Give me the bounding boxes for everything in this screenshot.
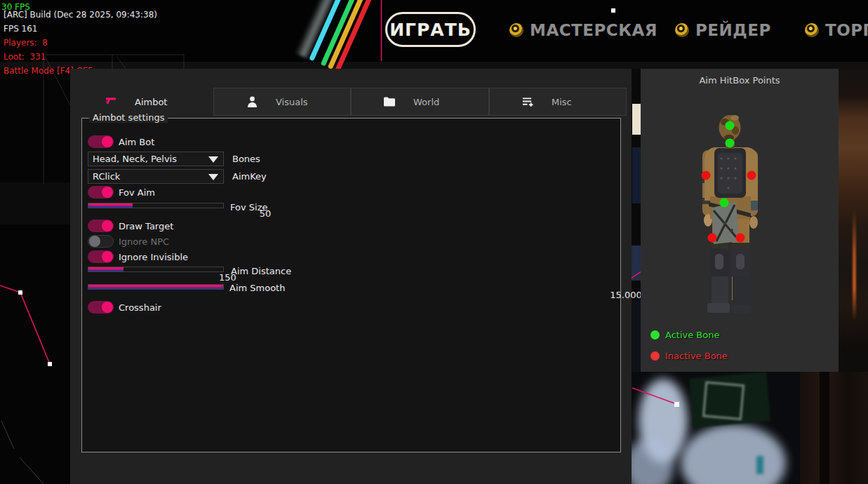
legend-inactive-bone: Inactive Bone [650, 351, 728, 361]
aimkey-label: AimKey [232, 171, 267, 182]
menu-item-workshop[interactable]: МАСТЕРСКАЯ [509, 17, 657, 43]
fps-info: FPS 161 [4, 22, 37, 36]
draw-target-label: Draw Target [119, 221, 173, 231]
menu-item-label: ТОРГО [825, 21, 868, 39]
person-icon [246, 96, 258, 107]
bone-dot-pelvis [720, 199, 729, 208]
aim-smooth-value: 15.000 [610, 290, 642, 300]
crosshair-label: Crosshair [119, 302, 161, 313]
folder-icon [384, 96, 395, 107]
group-title: Aimbot settings [89, 112, 168, 123]
tab-label: Aimbot [135, 97, 167, 107]
scene-right-strip [839, 69, 868, 372]
coin-icon [805, 23, 819, 37]
aim-smooth-label: Aim Smooth [229, 283, 285, 293]
inactive-bone-dot-icon [650, 351, 660, 361]
coin-icon [675, 23, 689, 37]
active-bone-dot-icon [650, 330, 660, 340]
play-button[interactable]: ИГРАТЬ [385, 12, 476, 47]
loot-count: Loot: 331 [4, 50, 46, 64]
legend-active-bone: Active Bone [650, 330, 719, 340]
bone-dot-right-knee [736, 234, 745, 243]
chevron-down-icon [208, 174, 218, 180]
aimkey-selected-value: RClick [93, 171, 120, 182]
aim-bot-toggle[interactable] [88, 135, 114, 148]
tab-world[interactable]: World [351, 88, 489, 116]
ignore-invisible-label: Ignore Invisible [119, 252, 188, 262]
scene-gap-strip [632, 69, 641, 372]
bone-dot-head [726, 121, 735, 130]
tab-aimbot[interactable]: Aimbot [70, 88, 213, 116]
scene-bottom-right [632, 372, 868, 484]
aim-bot-label: Aim Bot [119, 137, 154, 147]
bone-dot-left-shoulder [702, 171, 711, 180]
menu-item-label: РЕЙДЕР [695, 21, 771, 39]
playlist-add-icon [522, 96, 533, 107]
aimkey-dropdown[interactable]: RClick [88, 169, 224, 184]
ignore-invisible-toggle[interactable] [88, 250, 114, 263]
hitbox-panel: Aim HitBox Points [641, 69, 839, 372]
aim-distance-label: Aim Distance [231, 266, 291, 276]
coin-icon [509, 23, 523, 37]
bones-selected-value: Head, Neck, Pelvis [93, 154, 177, 164]
bone-dot-right-shoulder [747, 171, 756, 180]
aimbot-settings-group: Aimbot settings Aim Bot Head, Neck, Pelv… [81, 118, 621, 452]
tab-label: Misc [552, 97, 572, 107]
fov-aim-toggle[interactable] [88, 186, 114, 199]
player-model [691, 109, 779, 320]
bone-dot-left-knee [708, 234, 717, 243]
aim-smooth-slider[interactable] [88, 284, 224, 290]
legend-label: Inactive Bone [665, 351, 728, 361]
draw-target-toggle[interactable] [88, 220, 114, 232]
cheat-window: Aimbot Visuals World Misc Aimbot setting… [70, 69, 632, 484]
hitbox-panel-title: Aim HitBox Points [641, 75, 839, 86]
debug-overlay: 30 FPS [ARC] Build (Dec 28 2025, 09:43:3… [0, 0, 11, 112]
tab-label: World [413, 97, 439, 107]
waypoint-marker [611, 8, 615, 13]
screen: 30 FPS [ARC] Build (Dec 28 2025, 09:43:3… [0, 0, 868, 484]
build-info: [ARC] Build (Dec 28 2025, 09:43:38) [4, 8, 157, 22]
chevron-down-icon [208, 156, 218, 163]
bones-label: Bones [232, 154, 260, 164]
game-band [0, 62, 868, 69]
tab-label: Visuals [276, 97, 308, 107]
tab-misc[interactable]: Misc [489, 88, 627, 116]
menu-item-raider[interactable]: РЕЙДЕР [675, 17, 771, 43]
menu-item-trade[interactable]: ТОРГО [805, 17, 868, 43]
gun-icon [105, 96, 116, 107]
fov-size-label: Fov Size [230, 202, 267, 213]
bone-dot-neck [726, 139, 735, 148]
ignore-npc-toggle[interactable] [88, 235, 114, 248]
legend-label: Active Bone [665, 330, 719, 340]
menu-item-label: МАСТЕРСКАЯ [530, 21, 657, 39]
aim-distance-slider[interactable] [88, 267, 224, 272]
fov-size-slider[interactable] [88, 203, 224, 208]
game-left-area [0, 69, 70, 484]
ignore-npc-label: Ignore NPC [119, 236, 169, 247]
players-count: Players: 8 [4, 36, 48, 50]
bones-dropdown[interactable]: Head, Neck, Pelvis [88, 152, 224, 166]
tab-visuals[interactable]: Visuals [213, 88, 351, 116]
fov-aim-label: Fov Aim [119, 187, 155, 198]
crosshair-toggle[interactable] [88, 301, 114, 314]
